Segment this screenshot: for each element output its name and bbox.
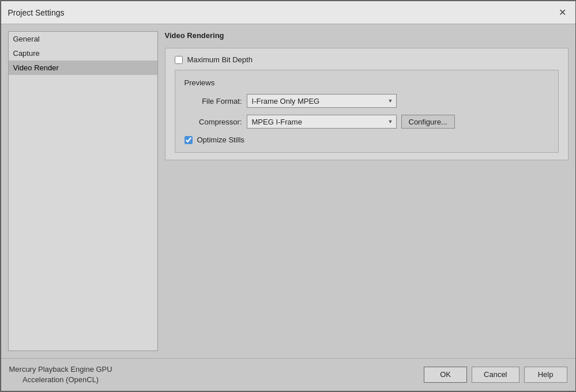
footer-info: Mercury Playback Engine GPU Acceleration… <box>9 364 112 385</box>
compressor-row: Compressor: MPEG I-Frame MPEG 4:2:2 MPEG… <box>185 115 549 129</box>
previews-title: Previews <box>185 78 549 87</box>
main-content: Video Rendering Maximum Bit Depth Previe… <box>165 31 569 351</box>
max-bit-depth-checkbox[interactable] <box>175 56 183 64</box>
optimize-stills-label: Optimize Stills <box>197 135 244 144</box>
sidebar-item-video-render[interactable]: Video Render <box>9 61 157 75</box>
sidebar: General Capture Video Render <box>8 31 158 351</box>
section-title: Video Rendering <box>165 31 569 40</box>
close-button[interactable]: ✕ <box>557 7 569 18</box>
previews-box: Previews File Format: I-Frame Only MPEG … <box>175 70 559 153</box>
optimize-stills-checkbox[interactable] <box>185 136 193 144</box>
footer: Mercury Playback Engine GPU Acceleration… <box>1 358 575 391</box>
file-format-select[interactable]: I-Frame Only MPEG Apple ProRes GoPro Cin… <box>247 94 397 108</box>
title-bar: Project Settings ✕ <box>1 1 575 24</box>
dialog-body: General Capture Video Render Video Rende… <box>1 24 575 358</box>
video-rendering-panel: Maximum Bit Depth Previews File Format: … <box>165 48 569 160</box>
configure-button[interactable]: Configure... <box>401 115 455 129</box>
file-format-select-wrapper: I-Frame Only MPEG Apple ProRes GoPro Cin… <box>247 94 397 108</box>
dialog-title: Project Settings <box>8 8 65 17</box>
compressor-select-wrapper: MPEG I-Frame MPEG 4:2:2 MPEG 4:2:0 <box>247 115 397 129</box>
optimize-stills-row: Optimize Stills <box>185 135 549 144</box>
project-settings-dialog: Project Settings ✕ General Capture Video… <box>1 1 576 391</box>
file-format-row: File Format: I-Frame Only MPEG Apple Pro… <box>185 94 549 108</box>
compressor-label: Compressor: <box>185 118 242 126</box>
sidebar-item-capture[interactable]: Capture <box>9 46 157 61</box>
max-bit-depth-row: Maximum Bit Depth <box>175 55 559 64</box>
cancel-button[interactable]: Cancel <box>472 367 519 383</box>
help-button[interactable]: Help <box>524 367 567 383</box>
compressor-select[interactable]: MPEG I-Frame MPEG 4:2:2 MPEG 4:2:0 <box>247 115 397 129</box>
footer-buttons: OK Cancel Help <box>424 367 567 383</box>
sidebar-item-general[interactable]: General <box>9 32 157 46</box>
max-bit-depth-label: Maximum Bit Depth <box>187 55 253 64</box>
file-format-label: File Format: <box>185 97 242 105</box>
ok-button[interactable]: OK <box>424 367 467 383</box>
